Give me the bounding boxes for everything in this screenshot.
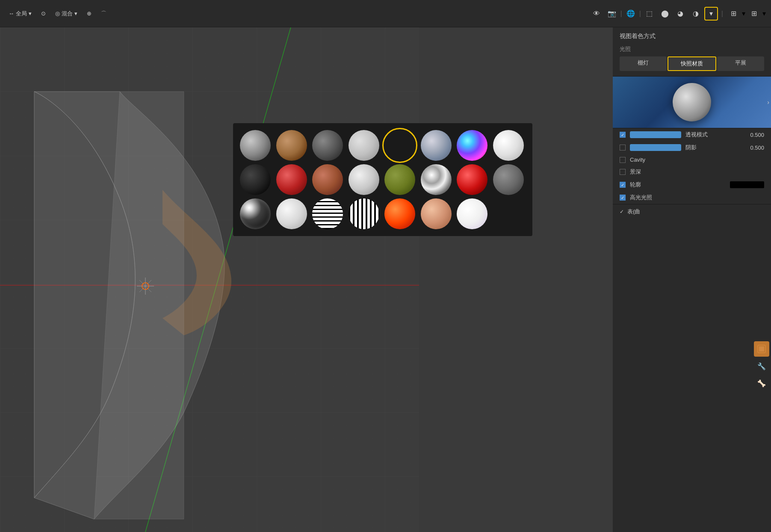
mat-ball-empty: [493, 198, 524, 229]
lighting-tabs: 棚灯 快照材质 平展: [620, 56, 764, 71]
dof-label: 景深: [630, 168, 764, 176]
falloff-btn[interactable]: ⊕: [83, 9, 95, 18]
mat-ball-16[interactable]: [240, 198, 271, 229]
tab-flat[interactable]: 平展: [717, 56, 764, 71]
mat-ball-19[interactable]: [349, 198, 379, 229]
mat-ball-22[interactable]: [457, 198, 487, 229]
snap-btn[interactable]: ⊙: [38, 9, 49, 18]
camera-btn[interactable]: 📷: [605, 7, 619, 21]
tab-studio[interactable]: 棚灯: [620, 56, 667, 71]
xray-label: 透视模式: [685, 131, 739, 139]
gizmo-dropdown: ▾: [762, 9, 766, 18]
mat-ball-1[interactable]: [276, 130, 307, 161]
surface-section: ✓ 表(曲: [613, 204, 771, 219]
dof-option-row: 景深: [613, 166, 771, 178]
solid-btn[interactable]: ⬤: [658, 7, 672, 21]
view-shading-section: 视图着色方式 光照 棚灯 快照材质 平展: [613, 27, 771, 77]
xray-value: 0.500: [743, 132, 764, 138]
shadow-option-row: 阴影 0.500: [613, 141, 771, 154]
curve-btn[interactable]: ⌒: [97, 8, 110, 19]
lighting-subtitle: 光照: [620, 45, 764, 53]
proportional-btn[interactable]: ◎ 混合 ▾: [52, 8, 81, 19]
mat-ball-2[interactable]: [312, 130, 343, 161]
specular-option-row: 高光光照: [613, 191, 771, 204]
dropdown-chevron: ▾: [29, 10, 32, 17]
outline-checkbox[interactable]: [620, 182, 626, 188]
transform-icon: ↔: [9, 10, 14, 17]
mat-ball-14[interactable]: [457, 164, 487, 195]
cavity-label: Cavity: [630, 157, 764, 163]
surface-icon-btn[interactable]: [754, 341, 769, 357]
surface-icon: ✓: [620, 209, 624, 215]
specular-label: 高光光照: [630, 194, 764, 201]
mat-ball-9[interactable]: [276, 164, 307, 195]
outline-label: 轮廓: [630, 181, 726, 189]
transform-btn[interactable]: ↔ 全局 ▾: [5, 8, 35, 19]
mat-ball-0[interactable]: [240, 130, 271, 161]
mat-ball-17[interactable]: [276, 198, 307, 229]
toolbar-right: 👁 📷 | 🌐 | ⬚ ⬤ ◕ ◑ ▾ | ⊞ ▾ ⊞ ▾: [590, 7, 766, 21]
curve-icon: ⌒: [101, 10, 106, 18]
shadow-label: 阴影: [685, 144, 739, 151]
mix-dropdown-chevron: ▾: [74, 10, 77, 17]
shadow-checkbox[interactable]: [620, 145, 626, 151]
xray-checkbox[interactable]: [620, 132, 626, 138]
mat-ball-12[interactable]: [384, 164, 415, 195]
render-btn[interactable]: ◑: [689, 7, 703, 21]
cavity-checkbox[interactable]: [620, 157, 626, 163]
3d-viewport[interactable]: [0, 27, 419, 532]
mat-ball-20[interactable]: [384, 198, 415, 229]
preview-arrow[interactable]: ›: [767, 99, 769, 106]
camera-view-btn[interactable]: 👁: [590, 7, 603, 21]
xray-option-row: 透视模式 0.500: [613, 128, 771, 141]
xray-slider[interactable]: [630, 131, 681, 138]
mat-ball-21[interactable]: [421, 198, 452, 229]
mat-ball-13[interactable]: [421, 164, 452, 195]
mat-ball-18[interactable]: [312, 198, 343, 229]
viewport-svg: [0, 27, 419, 532]
gizmo-btn[interactable]: ⊞: [747, 7, 761, 21]
right-panel: 视图着色方式 光照 棚灯 快照材质 平展 › 透视模式 0.500 阴影 0.5…: [613, 27, 771, 532]
mat-ball-15[interactable]: [493, 164, 524, 195]
mat-ball-7[interactable]: [493, 130, 524, 161]
proportional-icon: ◎: [55, 10, 60, 17]
shadow-slider[interactable]: [630, 144, 681, 151]
preview-sphere: [673, 83, 711, 121]
material-popup: [233, 123, 532, 236]
outline-color-swatch[interactable]: [730, 181, 764, 188]
mat-ball-3[interactable]: [349, 130, 379, 161]
mat-ball-10[interactable]: [312, 164, 343, 195]
wireframe-btn[interactable]: ⬚: [643, 7, 656, 21]
snap-icon: ⊙: [41, 10, 46, 17]
side-icons: 🔧 🦴: [752, 340, 771, 393]
bones-icon-btn[interactable]: 🦴: [754, 375, 769, 391]
top-toolbar: ↔ 全局 ▾ ⊙ ◎ 混合 ▾ ⊕ ⌒ 👁 📷 | 🌐 | ⬚ ⬤ ◕ ◑ ▾ …: [0, 0, 771, 27]
shading-dropdown-btn[interactable]: ▾: [704, 7, 718, 21]
global-mode-label: 全局: [16, 10, 27, 18]
shadow-value: 0.500: [743, 145, 764, 151]
mat-ball-11[interactable]: [349, 164, 379, 195]
material-btn[interactable]: ◕: [674, 7, 687, 21]
toolbar-left-group: ↔ 全局 ▾ ⊙ ◎ 混合 ▾ ⊕ ⌒: [5, 8, 110, 19]
overlay-dropdown: ▾: [742, 9, 745, 18]
surface-label: 表(曲: [627, 208, 640, 216]
material-preview-area[interactable]: ›: [613, 77, 771, 128]
outline-option-row: 轮廓: [613, 178, 771, 191]
overlay-btn[interactable]: ⊞: [727, 7, 740, 21]
mat-ball-4[interactable]: [384, 130, 415, 161]
mat-ball-6[interactable]: [457, 130, 487, 161]
dof-checkbox[interactable]: [620, 169, 626, 175]
falloff-icon: ⊕: [87, 10, 92, 17]
wrench-icon-btn[interactable]: 🔧: [754, 358, 769, 374]
cavity-option-row: Cavity: [613, 154, 771, 166]
sphere-btn[interactable]: 🌐: [624, 7, 638, 21]
mat-ball-8[interactable]: [240, 164, 271, 195]
panel-title: 视图着色方式: [620, 33, 764, 40]
specular-checkbox[interactable]: [620, 195, 626, 201]
mix-mode-label: 混合: [62, 10, 73, 18]
svg-rect-12: [759, 346, 764, 352]
mat-ball-5[interactable]: [421, 130, 452, 161]
tab-matcap[interactable]: 快照材质: [668, 56, 716, 71]
